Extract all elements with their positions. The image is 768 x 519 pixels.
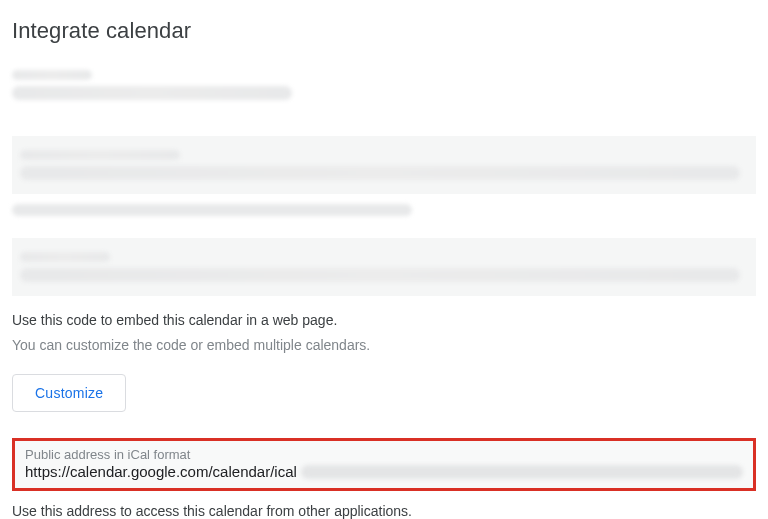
blurred-calendar-id-section — [12, 62, 312, 108]
ical-label: Public address in iCal format — [25, 447, 743, 462]
blurred-line — [20, 252, 110, 262]
ical-url-wrap: https://calendar.google.com/calendar/ica… — [25, 463, 743, 480]
customize-button[interactable]: Customize — [12, 374, 126, 412]
ical-box[interactable]: Public address in iCal format https://ca… — [12, 438, 756, 491]
ical-footer-text: Use this address to access this calendar… — [12, 503, 756, 519]
ical-url[interactable]: https://calendar.google.com/calendar/ica… — [25, 463, 297, 480]
section-title: Integrate calendar — [12, 18, 756, 44]
blurred-line — [20, 268, 740, 282]
blurred-url-remainder — [301, 465, 743, 479]
blurred-line — [12, 70, 92, 80]
embed-helper-text: Use this code to embed this calendar in … — [12, 310, 756, 331]
blurred-line — [12, 86, 292, 100]
embed-secondary-text: You can customize the code or embed mult… — [12, 335, 756, 356]
blurred-embed-code-section — [12, 238, 756, 296]
blurred-public-url-section — [12, 136, 756, 194]
blurred-line — [20, 150, 180, 160]
blurred-helper-text — [12, 204, 412, 216]
blurred-line — [20, 166, 740, 180]
